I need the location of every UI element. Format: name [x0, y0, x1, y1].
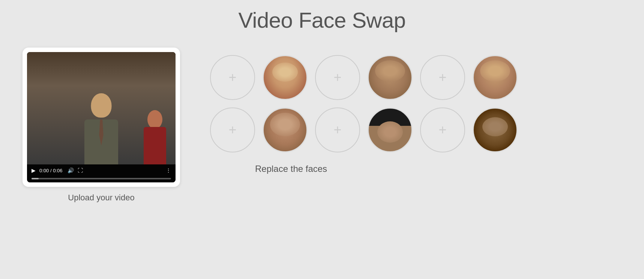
replace-faces-label: Replace the faces — [255, 164, 327, 174]
character-right-head — [147, 110, 162, 129]
add-face-icon-4: + — [228, 123, 236, 137]
source-face-1[interactable]: + — [210, 55, 255, 100]
target-face-joey[interactable] — [263, 107, 308, 152]
add-face-icon-2: + — [333, 71, 341, 84]
video-thumbnail — [27, 52, 176, 164]
progress-bar[interactable] — [32, 178, 171, 179]
source-face-2[interactable]: + — [315, 55, 360, 100]
character-main-body — [84, 119, 118, 164]
faces-section: + + + + + — [210, 48, 621, 174]
time-display: 0:00 / 0:06 — [39, 168, 62, 173]
main-content: ▶ 0:00 / 0:06 🔊 ⛶ ⋮ Upload your video — [0, 48, 644, 203]
play-button[interactable]: ▶ — [32, 167, 36, 173]
video-player[interactable]: ▶ 0:00 / 0:06 🔊 ⛶ ⋮ — [27, 52, 176, 182]
target-face-chandler[interactable] — [368, 55, 413, 100]
more-options-button[interactable]: ⋮ — [166, 167, 171, 173]
upload-video-label: Upload your video — [68, 193, 134, 203]
face-grid: + + + + + — [210, 55, 518, 152]
character-right-body — [144, 127, 166, 164]
video-section: ▶ 0:00 / 0:06 🔊 ⛶ ⋮ Upload your video — [23, 48, 180, 203]
character-main-tie — [98, 119, 104, 146]
add-face-icon-1: + — [228, 71, 236, 84]
add-face-icon-3: + — [438, 71, 446, 84]
character-right — [142, 104, 168, 164]
fullscreen-button[interactable]: ⛶ — [78, 167, 83, 173]
source-face-6[interactable]: + — [420, 107, 465, 152]
progress-fill — [32, 178, 39, 179]
progress-bar-container[interactable] — [27, 176, 176, 182]
source-face-3[interactable]: + — [420, 55, 465, 100]
add-face-icon-5: + — [333, 123, 341, 137]
page-title: Video Face Swap — [238, 7, 405, 33]
add-face-icon-6: + — [438, 123, 446, 137]
source-face-4[interactable]: + — [210, 107, 255, 152]
source-face-5[interactable]: + — [315, 107, 360, 152]
target-face-ross[interactable] — [473, 55, 518, 100]
target-face-rachel[interactable] — [473, 107, 518, 152]
target-face-monica[interactable] — [368, 107, 413, 152]
target-face-phoebe[interactable] — [263, 55, 308, 100]
volume-button[interactable]: 🔊 — [68, 167, 74, 173]
character-main-head — [91, 93, 112, 118]
video-controls: ▶ 0:00 / 0:06 🔊 ⛶ ⋮ — [27, 164, 176, 176]
character-main — [79, 90, 124, 164]
video-container: ▶ 0:00 / 0:06 🔊 ⛶ ⋮ — [23, 48, 180, 187]
